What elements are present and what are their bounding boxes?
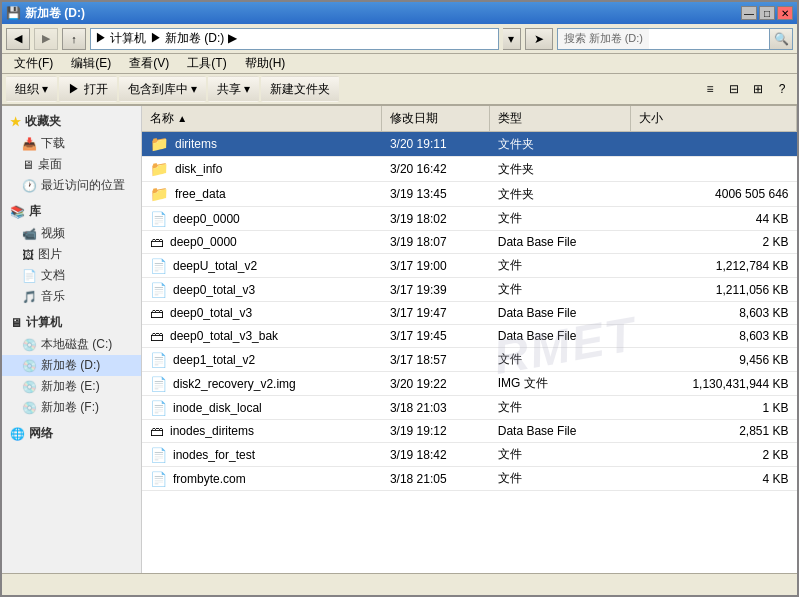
open-button[interactable]: ▶ 打开 [59,76,116,102]
file-name-cell: 📄 deep1_total_v2 [142,348,382,372]
file-icon: 📄 [150,211,167,227]
file-type: IMG 文件 [490,372,630,396]
view-tiles-button[interactable]: ⊞ [747,78,769,100]
sidebar-item-c-drive[interactable]: 💿 本地磁盘 (C:) [2,334,141,355]
up-button[interactable]: ↑ [62,28,86,50]
f-drive-icon: 💿 [22,401,37,415]
col-name[interactable]: 名称 ▲ [142,106,382,132]
address-bar: ◀ ▶ ↑ ▶ 计算机 ▶ 新加卷 (D:) ▶ ▾ ➤ 搜索 新加卷 (D:)… [2,24,797,54]
file-size [630,132,796,157]
sidebar-item-pictures[interactable]: 🖼 图片 [2,244,141,265]
file-type: 文件 [490,278,630,302]
file-name: deep0_0000 [170,235,237,249]
address-text: ▶ 计算机 ▶ 新加卷 (D:) ▶ [95,30,237,47]
table-row[interactable]: 📄 inodes_for_test 3/19 18:42 文件 2 KB [142,443,797,467]
video-icon: 📹 [22,227,37,241]
close-button[interactable]: ✕ [777,6,793,20]
file-name: disk_info [175,162,222,176]
sidebar-item-recent[interactable]: 🕐 最近访问的位置 [2,175,141,196]
e-drive-icon: 💿 [22,380,37,394]
include-library-button[interactable]: 包含到库中 ▾ [119,76,206,102]
table-row[interactable]: 🗃 deep0_0000 3/19 18:07 Data Base File 2… [142,231,797,254]
sidebar-network-header[interactable]: 🌐 网络 [2,422,141,445]
db-icon: 🗃 [150,423,164,439]
go-button[interactable]: ➤ [525,28,553,50]
file-icon: 📄 [150,447,167,463]
file-modified: 3/20 19:22 [382,372,490,396]
table-row[interactable]: 📄 deep1_total_v2 3/17 18:57 文件 9,456 KB [142,348,797,372]
file-name: inode_disk_local [173,401,262,415]
sidebar-library-header[interactable]: 📚 库 [2,200,141,223]
table-row[interactable]: 📄 frombyte.com 3/18 21:05 文件 4 KB [142,467,797,491]
address-input[interactable]: ▶ 计算机 ▶ 新加卷 (D:) ▶ [90,28,499,50]
forward-button[interactable]: ▶ [34,28,58,50]
table-row[interactable]: 📄 deepU_total_v2 3/17 19:00 文件 1,212,784… [142,254,797,278]
file-icon: 📄 [150,258,167,274]
view-toggle: ≡ ⊟ ⊞ ? [699,78,793,100]
maximize-button[interactable]: □ [759,6,775,20]
file-modified: 3/19 18:02 [382,207,490,231]
file-name: deep0_total_v3 [173,283,255,297]
sidebar-item-e-drive[interactable]: 💿 新加卷 (E:) [2,376,141,397]
search-button[interactable]: 🔍 [769,28,793,50]
search-input[interactable] [649,28,769,50]
table-row[interactable]: 📄 inode_disk_local 3/18 21:03 文件 1 KB [142,396,797,420]
table-row[interactable]: 📁 diritems 3/20 19:11 文件夹 [142,132,797,157]
view-details-button[interactable]: ⊟ [723,78,745,100]
table-row[interactable]: 🗃 deep0_total_v3_bak 3/17 19:45 Data Bas… [142,325,797,348]
file-name-cell: 📄 disk2_recovery_v2.img [142,372,382,396]
file-modified: 3/19 18:07 [382,231,490,254]
desktop-icon: 🖥 [22,158,34,172]
new-folder-label: 新建文件夹 [270,81,330,98]
col-type[interactable]: 类型 [490,106,630,132]
share-button[interactable]: 共享 ▾ [208,76,259,102]
sidebar: ★ 收藏夹 📥 下载 🖥 桌面 🕐 最近访问的位置 [2,106,142,573]
table-row[interactable]: 📁 disk_info 3/20 16:42 文件夹 [142,157,797,182]
sidebar-item-music[interactable]: 🎵 音乐 [2,286,141,307]
help-button[interactable]: ? [771,78,793,100]
address-dropdown-button[interactable]: ▾ [503,28,521,50]
table-row[interactable]: 📄 disk2_recovery_v2.img 3/20 19:22 IMG 文… [142,372,797,396]
table-row[interactable]: 📁 free_data 3/19 13:45 文件夹 4006 505 646 [142,182,797,207]
sidebar-item-documents[interactable]: 📄 文档 [2,265,141,286]
menu-tools[interactable]: 工具(T) [179,54,234,73]
back-button[interactable]: ◀ [6,28,30,50]
menu-help[interactable]: 帮助(H) [237,54,294,73]
sidebar-item-f-drive[interactable]: 💿 新加卷 (F:) [2,397,141,418]
sidebar-item-desktop[interactable]: 🖥 桌面 [2,154,141,175]
file-table: 名称 ▲ 修改日期 类型 大小 📁 diritems 3/20 19:11 文件… [142,106,797,491]
minimize-button[interactable]: — [741,6,757,20]
sidebar-item-d-drive[interactable]: 💿 新加卷 (D:) [2,355,141,376]
toolbar: 组织 ▾ ▶ 打开 包含到库中 ▾ 共享 ▾ 新建文件夹 ≡ ⊟ ⊞ ? [2,74,797,106]
window-controls: — □ ✕ [741,6,793,20]
db-icon: 🗃 [150,234,164,250]
file-size: 1,212,784 KB [630,254,796,278]
file-icon: 📄 [150,400,167,416]
menu-edit[interactable]: 编辑(E) [63,54,119,73]
sidebar-computer-header[interactable]: 🖥 计算机 [2,311,141,334]
file-size: 1,130,431,944 KB [630,372,796,396]
sidebar-network-section: 🌐 网络 [2,422,141,445]
file-name-cell: 🗃 deep0_0000 [142,231,382,254]
file-name: inodes_for_test [173,448,255,462]
file-type: Data Base File [490,302,630,325]
sidebar-item-downloads[interactable]: 📥 下载 [2,133,141,154]
view-list-button[interactable]: ≡ [699,78,721,100]
file-type: 文件 [490,396,630,420]
file-name: deepU_total_v2 [173,259,257,273]
menu-file[interactable]: 文件(F) [6,54,61,73]
new-folder-button[interactable]: 新建文件夹 [261,76,339,102]
col-modified[interactable]: 修改日期 [382,106,490,132]
sidebar-item-video[interactable]: 📹 视频 [2,223,141,244]
documents-label: 文档 [41,267,65,284]
menu-view[interactable]: 查看(V) [121,54,177,73]
table-row[interactable]: 📄 deep0_total_v3 3/17 19:39 文件 1,211,056… [142,278,797,302]
file-modified: 3/19 18:42 [382,443,490,467]
table-row[interactable]: 🗃 deep0_total_v3 3/17 19:47 Data Base Fi… [142,302,797,325]
col-size[interactable]: 大小 [630,106,796,132]
sidebar-favorites-header[interactable]: ★ 收藏夹 [2,110,141,133]
d-drive-icon: 💿 [22,359,37,373]
organize-button[interactable]: 组织 ▾ [6,76,57,102]
table-row[interactable]: 🗃 inodes_diritems 3/19 19:12 Data Base F… [142,420,797,443]
table-row[interactable]: 📄 deep0_0000 3/19 18:02 文件 44 KB [142,207,797,231]
